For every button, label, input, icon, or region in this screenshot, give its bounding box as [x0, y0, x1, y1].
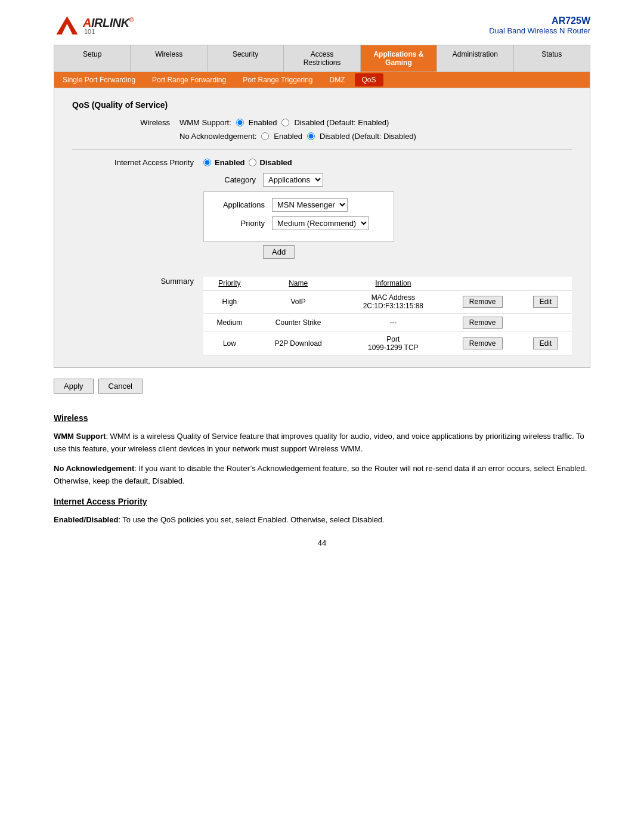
subnav-dmz[interactable]: DMZ — [321, 72, 354, 88]
ack-row: No Acknowledgement: Enabled Disabled (De… — [72, 132, 572, 141]
summary-table-wrap: Priority Name Information High VoIP — [203, 277, 572, 355]
product-desc: Dual Band Wireless N Router — [489, 26, 590, 35]
category-label: Category — [203, 175, 263, 184]
add-button[interactable]: Add — [263, 245, 295, 259]
row3-info1: Port — [345, 335, 441, 343]
brand-name: AIRLINK® — [83, 16, 134, 29]
row2-info: --- — [340, 314, 445, 332]
tab-status[interactable]: Status — [514, 45, 590, 72]
wmm-enabled-radio[interactable] — [236, 119, 244, 126]
app-row: Applications MSN Messenger — [212, 198, 385, 212]
app-config-box: Applications MSN Messenger Priority Medi… — [203, 191, 394, 241]
table-row: Low P2P Download Port 1099-1299 TCP Remo… — [203, 332, 572, 355]
iap-label: Internet Access Priority — [72, 158, 203, 167]
enabled-term: Enabled/Disabled — [54, 515, 118, 524]
table-row: Medium Counter Strike --- Remove — [203, 314, 572, 332]
tab-ag-line1: Applications & — [363, 50, 434, 58]
row3-info: Port 1099-1299 TCP — [340, 332, 445, 355]
svg-rect-2 — [64, 30, 70, 35]
tab-line2: Restrictions — [286, 58, 357, 67]
col-name: Name — [256, 277, 341, 290]
tab-security[interactable]: Security — [208, 45, 284, 72]
row2-edit-cell — [519, 314, 572, 332]
tab-applications-gaming[interactable]: Applications & Gaming — [361, 45, 437, 72]
subnav-single-port[interactable]: Single Port Forwarding — [54, 72, 144, 88]
bottom-buttons: Apply Cancel — [54, 379, 590, 394]
ack-label: No Acknowledgement: — [179, 132, 256, 141]
priority-select[interactable]: Medium (Recommend) — [272, 216, 369, 230]
subnav-port-range-trig[interactable]: Port Range Triggering — [234, 72, 321, 88]
iap-enabled-radio[interactable] — [203, 159, 211, 166]
wmm-disabled-label: Disabled (Default: Enabled) — [294, 118, 389, 127]
wireless-label: Wireless — [72, 118, 179, 127]
summary-table: Priority Name Information High VoIP — [203, 277, 572, 355]
row1-remove-btn[interactable]: Remove — [463, 296, 503, 308]
row3-priority: Low — [203, 332, 256, 355]
row3-edit-btn[interactable]: Edit — [533, 337, 559, 349]
iap-heading: Internet Access Priority — [54, 495, 590, 508]
app-row-label: Applications — [212, 200, 272, 209]
row2-remove-cell: Remove — [445, 314, 519, 332]
subnav-qos[interactable]: QoS — [355, 73, 383, 86]
summary-label: Summary — [72, 277, 203, 286]
priority-row-label: Priority — [212, 219, 272, 228]
row3-remove-cell: Remove — [445, 332, 519, 355]
col-info: Information — [340, 277, 445, 290]
row1-name: VoIP — [256, 290, 341, 314]
row1-edit-cell: Edit — [519, 290, 572, 314]
ack-term: No Acknowledgement — [54, 464, 134, 473]
wmm-disabled-radio[interactable] — [281, 119, 289, 126]
wmm-desc-text: : WMM is a wireless Quality of Service f… — [54, 432, 584, 453]
ack-disabled-radio[interactable] — [307, 132, 315, 140]
iap-disabled-radio[interactable] — [249, 159, 256, 166]
row3-name: P2P Download — [256, 332, 341, 355]
ack-enabled-label: Enabled — [274, 132, 302, 141]
iap-enable-row: Enabled Disabled — [203, 158, 572, 167]
category-select[interactable]: Applications — [263, 173, 323, 187]
summary-section: Summary Priority Name Information — [72, 277, 572, 355]
main-panel: QoS (Quality of Service) Wireless WMM Su… — [54, 88, 590, 368]
row2-remove-btn[interactable]: Remove — [463, 317, 503, 329]
qos-section-title: QoS (Quality of Service) — [72, 100, 572, 110]
tab-line1: Access — [286, 50, 357, 58]
iap-enabled-label: Enabled — [215, 158, 245, 167]
row2-priority: Medium — [203, 314, 256, 332]
priority-row: Priority Medium (Recommend) — [212, 216, 385, 230]
table-row: High VoIP MAC Address 2C:1D:F3:13:15:88 … — [203, 290, 572, 314]
ack-desc-text: : If you want to disable the Router’s Ac… — [54, 464, 587, 485]
iap-disabled-label: Disabled — [260, 158, 292, 167]
ack-controls: No Acknowledgement: Enabled Disabled (De… — [179, 132, 416, 141]
ack-disabled-label: Disabled (Default: Disabled) — [320, 132, 416, 141]
row1-info2: 2C:1D:F3:13:15:88 — [345, 302, 441, 310]
ack-description: No Acknowledgement: If you want to disab… — [54, 463, 590, 488]
wmm-controls: WMM Support: Enabled Disabled (Default: … — [179, 118, 389, 127]
tab-wireless[interactable]: Wireless — [131, 45, 207, 72]
tab-setup[interactable]: Setup — [54, 45, 131, 72]
tab-access-restrictions[interactable]: Access Restrictions — [284, 45, 360, 72]
summary-header-row: Priority Name Information — [203, 277, 572, 290]
tab-administration[interactable]: Administration — [437, 45, 513, 72]
row1-priority: High — [203, 290, 256, 314]
wmm-term: WMM Support — [54, 432, 106, 441]
col-action1 — [445, 277, 519, 290]
row1-edit-btn[interactable]: Edit — [533, 296, 559, 308]
product-model: AR725W — [489, 16, 590, 26]
subnav-port-range-fwd[interactable]: Port Range Forwarding — [144, 72, 234, 88]
enabled-desc-text: : To use the QoS policies you set, selec… — [118, 515, 384, 524]
wmm-label: WMM Support: — [179, 118, 231, 127]
apply-button[interactable]: Apply — [54, 379, 94, 394]
row1-info: MAC Address 2C:1D:F3:13:15:88 — [340, 290, 445, 314]
logo-area: AIRLINK® 101 — [54, 12, 134, 39]
ack-enabled-radio[interactable] — [261, 132, 269, 140]
internet-access-priority-section: Internet Access Priority Enabled Disable… — [72, 158, 572, 259]
col-priority: Priority — [203, 277, 256, 290]
category-row: Category Applications — [203, 173, 572, 187]
row3-remove-btn[interactable]: Remove — [463, 337, 503, 349]
row3-info2: 1099-1299 TCP — [345, 343, 441, 352]
app-select[interactable]: MSN Messenger — [272, 198, 348, 212]
cancel-button[interactable]: Cancel — [98, 379, 143, 394]
iap-content: Enabled Disabled Category Applications A… — [203, 158, 572, 259]
page-number: 44 — [54, 538, 590, 547]
row1-remove-cell: Remove — [445, 290, 519, 314]
description-section: Wireless WMM Support: WMM is a wireless … — [54, 411, 590, 527]
